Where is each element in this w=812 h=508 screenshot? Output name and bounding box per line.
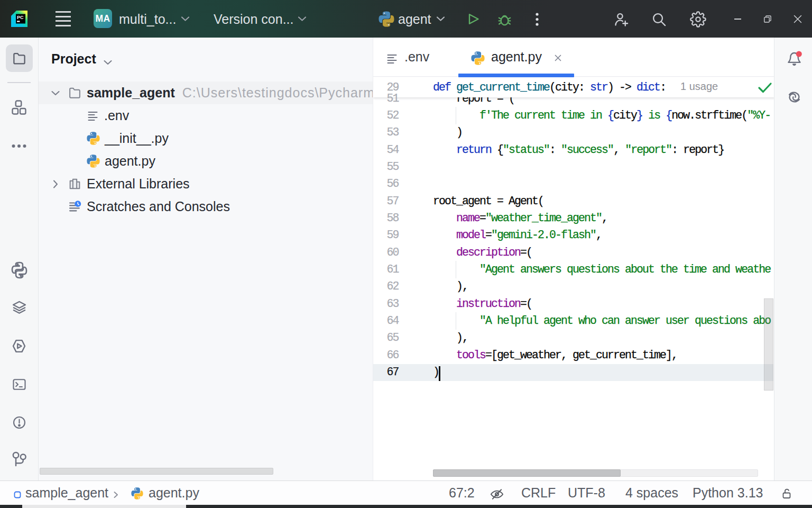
- svg-text:PC: PC: [17, 15, 24, 20]
